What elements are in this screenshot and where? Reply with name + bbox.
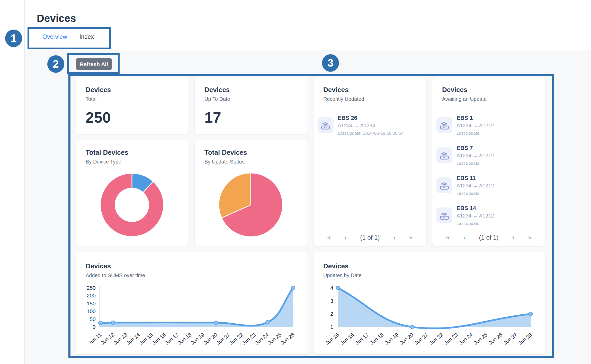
card-updates-by-date: Devices Updates by Date 4321Jun 15Jun 16…: [314, 252, 545, 354]
list-item[interactable]: EBS 26 A1234 → A1234 Last update: 2024-0…: [314, 109, 426, 139]
card-added-over-time: Devices Added to SUMS over time 25020015…: [76, 252, 308, 354]
router-icon: [436, 177, 452, 193]
svg-text:4: 4: [330, 285, 333, 291]
svg-text:Jun 27: Jun 27: [503, 332, 518, 346]
svg-text:Jun 14: Jun 14: [126, 332, 141, 346]
svg-text:Jun 16: Jun 16: [339, 332, 355, 346]
page-indicator: (1 of 1): [479, 234, 498, 241]
tab-index[interactable]: Index: [79, 33, 94, 40]
svg-text:Jun 23: Jun 23: [241, 332, 257, 346]
next-page-button[interactable]: ›: [512, 234, 514, 241]
svg-text:Jun 20: Jun 20: [203, 332, 218, 346]
device-name: EBS 14: [456, 205, 539, 212]
device-last-update: Last update:: [456, 191, 539, 196]
device-name: EBS 26: [338, 115, 420, 121]
device-type-donut-chart: [93, 166, 171, 243]
svg-text:50: 50: [90, 316, 96, 322]
router-icon: [318, 117, 334, 133]
device-last-update: Last update:: [456, 131, 539, 136]
svg-text:100: 100: [87, 308, 96, 314]
device-last-update: Last update:: [456, 161, 539, 166]
card-recently-updated: Devices Recently Updated EBS 26 A1234 → …: [314, 77, 426, 246]
svg-text:Jun 15: Jun 15: [325, 332, 340, 346]
list-item[interactable]: EBS 7 A1234 → A1212 Last update:: [432, 139, 545, 169]
card-subtitle: Awaiting an Update: [442, 96, 538, 102]
card-subtitle: Total: [86, 96, 181, 102]
svg-text:Jun 13: Jun 13: [113, 332, 128, 346]
card-subtitle: By Device Type: [86, 159, 181, 165]
page-indicator: (1 of 1): [360, 234, 380, 241]
card-title: Devices: [86, 86, 181, 94]
svg-text:Jun 22: Jun 22: [228, 332, 244, 346]
first-page-button[interactable]: «: [327, 234, 331, 241]
svg-text:Jun 15: Jun 15: [138, 332, 154, 346]
tab-overview[interactable]: Overview: [42, 33, 67, 40]
svg-text:Jun 28: Jun 28: [517, 332, 533, 346]
card-awaiting-update: Devices Awaiting an Update EBS 1 A1234 →…: [432, 77, 545, 246]
svg-text:200: 200: [87, 293, 96, 298]
svg-text:Jun 20: Jun 20: [399, 332, 414, 346]
router-icon: [436, 147, 452, 163]
svg-text:Jun 22: Jun 22: [428, 332, 444, 346]
last-page-button[interactable]: »: [528, 234, 532, 241]
svg-text:Jun 23: Jun 23: [443, 332, 459, 346]
card-title: Total Devices: [86, 149, 181, 157]
device-last-update: Last update: 2024-06-19 18:00:54: [338, 131, 420, 136]
list-item[interactable]: EBS 1 A1234 → A1212 Last update:: [432, 109, 545, 139]
page-title: Devices: [37, 13, 76, 24]
svg-text:Jun 25: Jun 25: [267, 332, 283, 346]
added-over-time-area-chart: 250200150100500Jun 11Jun 12Jun 13Jun 14J…: [76, 252, 308, 354]
card-subtitle: Recently Updated: [323, 96, 419, 102]
pagination: « ‹ (1 of 1) › »: [432, 229, 545, 246]
list-item[interactable]: EBS 14 A1234 → A1212 Last update:: [432, 199, 545, 229]
router-icon: [436, 117, 452, 133]
device-name: EBS 1: [456, 115, 539, 121]
svg-text:Jun 24: Jun 24: [254, 332, 270, 346]
svg-text:Jun 12: Jun 12: [100, 332, 115, 346]
svg-text:Jun 21: Jun 21: [216, 332, 231, 346]
svg-text:0: 0: [93, 324, 96, 330]
svg-text:Jun 21: Jun 21: [414, 332, 429, 346]
prev-page-button[interactable]: ‹: [344, 234, 347, 241]
svg-text:Jun 19: Jun 19: [384, 332, 399, 346]
router-icon: [436, 207, 452, 223]
svg-text:Jun 26: Jun 26: [488, 332, 503, 346]
svg-text:Jun 17: Jun 17: [164, 332, 180, 346]
refresh-all-button[interactable]: Refresh All: [76, 58, 112, 70]
device-name: EBS 11: [456, 175, 539, 181]
card-by-device-type: Total Devices By Device Type: [76, 140, 189, 246]
next-page-button[interactable]: ›: [393, 234, 396, 241]
sidebar-strip: [0, 0, 25, 364]
svg-text:250: 250: [87, 285, 96, 291]
list-item[interactable]: EBS 11 A1234 → A1212 Last update:: [432, 169, 545, 199]
pagination: « ‹ (1 of 1) › »: [314, 229, 426, 246]
svg-text:150: 150: [87, 301, 96, 306]
device-version-transition: A1234 → A1212: [456, 183, 539, 189]
device-version-transition: A1234 → A1212: [456, 123, 539, 129]
device-version-transition: A1234 → A1212: [456, 153, 539, 159]
tabbar: Overview Index: [42, 33, 94, 40]
prev-page-button[interactable]: ‹: [463, 234, 465, 241]
svg-text:Jun 26: Jun 26: [280, 332, 296, 346]
svg-text:Jun 16: Jun 16: [151, 332, 167, 346]
first-page-button[interactable]: «: [446, 234, 450, 241]
stat-value-total: 250: [86, 109, 111, 126]
updates-by-date-area-chart: 4321Jun 15Jun 16Jun 17Jun 18Jun 19Jun 20…: [314, 252, 545, 354]
card-by-update-status: Total Devices By Update Status: [195, 140, 308, 246]
svg-text:Jun 25: Jun 25: [473, 332, 489, 346]
card-subtitle: By Update Status: [204, 159, 300, 165]
update-status-pie-chart: [212, 166, 289, 243]
svg-text:Jun 18: Jun 18: [369, 332, 385, 346]
svg-text:Jun 24: Jun 24: [458, 332, 474, 346]
device-version-transition: A1234 → A1234: [338, 123, 420, 129]
svg-text:Jun 18: Jun 18: [177, 332, 193, 346]
last-page-button[interactable]: »: [409, 234, 413, 241]
device-last-update: Last update:: [456, 221, 539, 226]
card-title: Devices: [323, 86, 419, 94]
svg-text:3: 3: [330, 298, 333, 304]
card-devices-up-to-date: Devices Up To Date 17: [195, 77, 308, 134]
card-title: Devices: [442, 86, 538, 94]
svg-text:Jun 11: Jun 11: [87, 332, 103, 345]
card-subtitle: Up To Date: [204, 96, 300, 102]
svg-text:Jun 17: Jun 17: [354, 332, 370, 346]
